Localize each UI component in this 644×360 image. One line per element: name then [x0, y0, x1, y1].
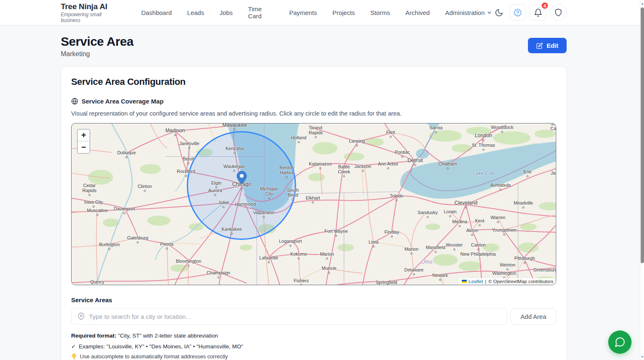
notification-badge: 4 — [541, 2, 549, 10]
shield-icon — [554, 8, 562, 17]
globe-icon — [71, 98, 78, 105]
notifications-button[interactable]: 4 — [530, 4, 546, 21]
nav-jobs[interactable]: Jobs — [220, 9, 233, 16]
service-radius-circle[interactable] — [188, 132, 296, 239]
brand-tagline: Empowering small business — [61, 12, 122, 23]
map-zoom-out-button[interactable]: − — [78, 141, 89, 153]
main-content: Service Area Marketing Edit Service Area… — [61, 25, 567, 360]
theme-toggle-button[interactable] — [492, 4, 505, 21]
nav-dashboard[interactable]: Dashboard — [141, 9, 171, 16]
page-subtitle: Marketing — [61, 50, 134, 58]
nav-leads[interactable]: Leads — [187, 9, 204, 16]
nav-payments[interactable]: Payments — [289, 9, 317, 16]
tip-text: Use autocomplete to automatically format… — [80, 353, 228, 360]
bell-icon — [534, 8, 542, 17]
map-section-header: Service Area Coverage Map — [71, 98, 556, 105]
map-zoom-in-button[interactable]: + — [78, 130, 89, 141]
examples-text: Examples: "Louisville, KY" • "Des Moines… — [79, 343, 243, 350]
leaflet-link[interactable]: Leaflet — [468, 279, 483, 284]
brand: Tree Ninja AI Empowering small business — [61, 2, 122, 23]
page-head: Service Area Marketing Edit — [61, 25, 567, 58]
chevron-down-icon — [487, 10, 492, 15]
required-format-label: Required format: — [71, 333, 116, 339]
card-title: Service Area Configuration — [71, 76, 556, 87]
main-nav: Dashboard Leads Jobs Time Card Payments … — [141, 5, 492, 20]
tip-line: Use autocomplete to automatically format… — [71, 353, 556, 360]
map-description: Visual representation of your configured… — [71, 110, 556, 117]
service-areas-label: Service Areas — [71, 296, 556, 303]
page-title: Service Area — [61, 35, 134, 49]
brand-title: Tree Ninja AI — [61, 2, 122, 11]
lightbulb-icon — [71, 353, 77, 360]
location-search-input[interactable] — [89, 313, 501, 320]
map-graphics — [72, 123, 556, 285]
help-button[interactable] — [509, 4, 526, 21]
check-icon: ✓ — [71, 343, 76, 350]
security-button[interactable] — [550, 4, 567, 21]
map-attribution: Leaflet | © OpenStreetMap contributors — [459, 278, 556, 285]
scrollbar-up-arrow[interactable]: ▲ — [640, 1, 644, 6]
nav-projects[interactable]: Projects — [332, 9, 355, 16]
edit-button-label: Edit — [547, 42, 558, 49]
map-marker-pin[interactable] — [236, 171, 247, 185]
service-area-config-card: Service Area Configuration Service Area … — [61, 66, 567, 360]
scrollbar-thumb[interactable] — [641, 7, 644, 263]
examples-line: ✓ Examples: "Louisville, KY" • "Des Moin… — [71, 343, 556, 350]
edit-pencil-icon — [536, 42, 543, 49]
location-search-box — [71, 308, 507, 325]
help-circle-icon — [513, 8, 522, 17]
service-areas-row: Add Area — [71, 308, 556, 325]
location-pin-icon — [77, 313, 85, 320]
scrollbar-down-arrow[interactable]: ▼ — [640, 354, 644, 359]
moon-icon — [495, 8, 503, 17]
chat-widget-button[interactable] — [608, 330, 632, 354]
nav-archived[interactable]: Archived — [406, 9, 430, 16]
nav-time-card[interactable]: Time Card — [248, 5, 274, 20]
scrollbar: ▲ ▼ — [640, 0, 644, 360]
coverage-map[interactable]: MilwaukeeGrand RapidsSarniaWoodstockSt. … — [71, 123, 556, 285]
edit-button[interactable]: Edit — [528, 38, 567, 53]
nav-administration-label: Administration — [445, 9, 485, 16]
required-format-text: "City, ST" with 2-letter state abbreviat… — [116, 333, 218, 339]
nav-storms[interactable]: Storms — [370, 9, 390, 16]
attribution-separator: | — [485, 279, 487, 284]
nav-administration[interactable]: Administration — [445, 9, 492, 16]
app-header: Tree Ninja AI Empowering small business … — [0, 0, 640, 25]
required-format-line: Required format: "City, ST" with 2-lette… — [71, 333, 556, 339]
header-actions: 4 — [492, 4, 567, 21]
map-zoom-control: + − — [77, 129, 90, 154]
ukraine-flag-icon — [462, 280, 467, 283]
osm-attribution: © OpenStreetMap contributors — [488, 279, 553, 284]
map-section-title: Service Area Coverage Map — [82, 98, 163, 105]
chat-bubble-icon — [614, 336, 626, 348]
add-area-button[interactable]: Add Area — [510, 308, 556, 325]
